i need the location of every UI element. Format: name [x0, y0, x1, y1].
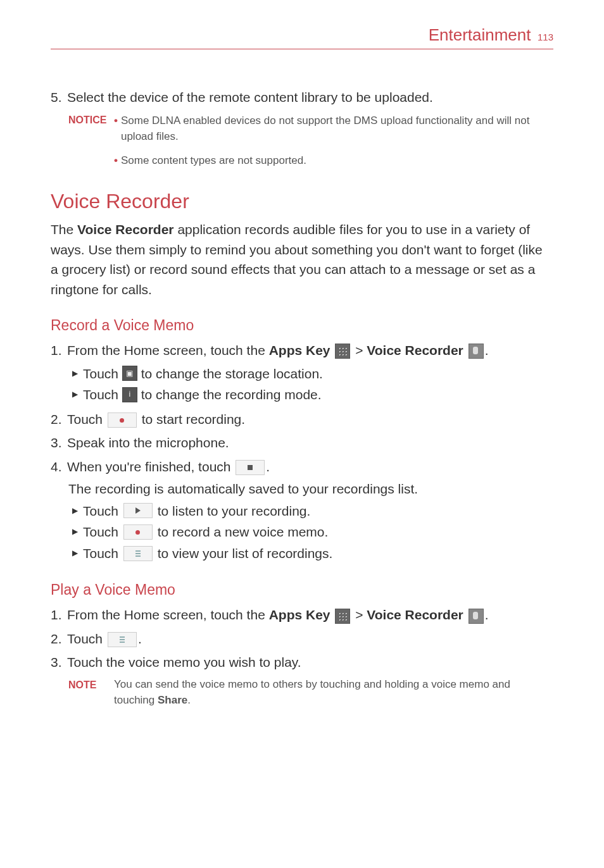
step-number: 1.: [51, 340, 67, 361]
step-5: 5. Select the device of the remote conte…: [51, 87, 553, 108]
text: Touch: [83, 543, 118, 564]
step-number: 2.: [51, 629, 67, 649]
record-step-1-sub-2: ▶ Touch i to change the recording mode.: [72, 384, 553, 406]
text: to change the storage location.: [141, 363, 323, 385]
step-text: Touch the voice memo you wish to play.: [67, 652, 553, 673]
record-step-4: 4. When you're finished, touch .: [51, 457, 553, 477]
triangle-icon: ▶: [72, 368, 78, 380]
notice-body: • Some DLNA enabled devices do not suppo…: [114, 111, 553, 169]
record-step-4-sub-1: ▶ Touch to listen to your recording.: [72, 500, 553, 522]
header-page-number: 113: [538, 32, 553, 42]
notice-item-1: • Some DLNA enabled devices do not suppo…: [114, 113, 553, 145]
voice-recorder-icon: [469, 344, 484, 359]
record-step-1-sub-1: ▶ Touch ▣ to change the storage location…: [72, 363, 553, 385]
apps-key-icon: [335, 609, 350, 624]
triangle-icon: ▶: [72, 505, 78, 517]
voice-recorder-label: Voice Recorder: [367, 607, 463, 622]
step-body: From the Home screen, touch the Apps Key…: [67, 340, 553, 361]
notice-text: Some DLNA enabled devices do not support…: [121, 113, 553, 145]
note-bold: Share: [158, 694, 187, 706]
play-step-1: 1. From the Home screen, touch the Apps …: [51, 605, 553, 625]
notice-block: NOTICE • Some DLNA enabled devices do no…: [68, 111, 553, 169]
record-step-4-continuation: The recording is automatically saved to …: [68, 479, 553, 499]
apps-key-icon: [335, 344, 350, 359]
notice-text: Some content types are not supported.: [121, 152, 306, 169]
step-body: Touch to start recording.: [67, 409, 553, 430]
step-number: 1.: [51, 605, 67, 625]
record-button-icon: [108, 412, 137, 428]
subheading-play: Play a Voice Memo: [51, 581, 553, 598]
document-page: Entertainment 113 5. Select the device o…: [0, 0, 604, 735]
step-number: 3.: [51, 652, 67, 673]
note-text: .: [187, 694, 191, 706]
record-step-4-sub-3: ▶ Touch to view your list of recordings.: [72, 543, 553, 564]
text: Touch: [83, 363, 118, 385]
subheading-record: Record a Voice Memo: [51, 317, 553, 334]
step-number: 2.: [51, 409, 67, 430]
text: to view your list of recordings.: [158, 543, 333, 564]
record-step-1: 1. From the Home screen, touch the Apps …: [51, 340, 553, 361]
note-block: NOTE You can send the voice memo to othe…: [68, 676, 553, 709]
step-number: 3.: [51, 433, 67, 453]
text: to record a new voice memo.: [158, 521, 329, 543]
text: to start recording.: [142, 412, 245, 426]
text: .: [485, 343, 489, 357]
record-step-2: 2. Touch to start recording.: [51, 409, 553, 430]
record-step-3: 3. Speak into the microphone.: [51, 433, 553, 453]
triangle-icon: ▶: [72, 547, 78, 559]
text: .: [485, 607, 489, 622]
notice-item-2: • Some content types are not supported.: [114, 152, 553, 169]
step-text: Select the device of the remote content …: [67, 87, 553, 108]
list-button-icon: [123, 546, 153, 561]
intro-prefix: The: [51, 222, 77, 237]
voice-recorder-icon: [469, 609, 484, 624]
play-step-3: 3. Touch the voice memo you wish to play…: [51, 652, 553, 673]
text: to change the recording mode.: [141, 384, 322, 406]
text: .: [138, 631, 142, 646]
notice-label: NOTICE: [68, 111, 114, 169]
text: Touch: [67, 412, 106, 426]
text: to listen to your recording.: [158, 500, 311, 522]
step-body: Touch .: [67, 629, 553, 649]
stop-button-icon: [236, 460, 265, 475]
text: .: [266, 459, 270, 474]
storage-icon: ▣: [122, 366, 137, 381]
step-text: Speak into the microphone.: [67, 433, 553, 453]
intro-bold: Voice Recorder: [77, 222, 174, 237]
apps-key-label: Apps Key: [269, 607, 330, 622]
voice-recorder-label: Voice Recorder: [367, 343, 463, 357]
list-button-icon: [108, 632, 137, 647]
page-header: Entertainment 113: [51, 25, 553, 49]
step-number: 4.: [51, 457, 67, 477]
section-title-voice-recorder: Voice Recorder: [51, 190, 553, 213]
note-label: NOTE: [68, 676, 114, 709]
record-step-4-sub-2: ▶ Touch to record a new voice memo.: [72, 521, 553, 543]
text: From the Home screen, touch the: [67, 343, 269, 357]
step-body: When you're finished, touch .: [67, 457, 553, 477]
text: Touch: [83, 521, 118, 543]
text: >: [351, 343, 367, 357]
triangle-icon: ▶: [72, 388, 78, 400]
text: Touch: [67, 631, 106, 646]
note-body: You can send the voice memo to others by…: [114, 676, 553, 709]
intro-paragraph: The Voice Recorder application records a…: [51, 220, 553, 299]
step-number: 5.: [51, 87, 67, 108]
mode-info-icon: i: [122, 387, 137, 402]
bullet-icon: •: [114, 113, 118, 145]
text: When you're finished, touch: [67, 459, 234, 474]
apps-key-label: Apps Key: [269, 343, 330, 357]
record-button-icon: [123, 524, 153, 540]
text: Touch: [83, 384, 118, 406]
triangle-icon: ▶: [72, 526, 78, 538]
text: >: [351, 607, 367, 622]
step-body: From the Home screen, touch the Apps Key…: [67, 605, 553, 625]
play-button-icon: [123, 503, 153, 518]
text: Touch: [83, 500, 118, 522]
bullet-icon: •: [114, 152, 118, 169]
play-step-2: 2. Touch .: [51, 629, 553, 649]
header-section-title: Entertainment: [429, 25, 531, 44]
text: From the Home screen, touch the: [67, 607, 269, 622]
